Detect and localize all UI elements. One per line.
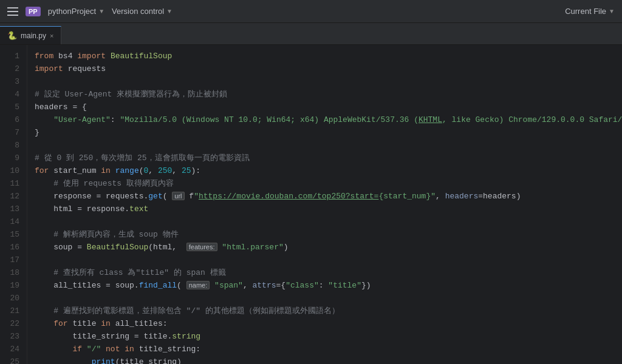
code-line-7: } <box>35 126 615 139</box>
editor: 1 2 3 4 5 6 7 8 9 10 11 12 13 14 15 16 1… <box>0 45 622 364</box>
project-name-chevron: ▼ <box>98 8 104 15</box>
code-line-15: # 解析網頁內容，生成 soup 物件 <box>35 228 615 241</box>
code-line-12: response = requests.get( url f"https://m… <box>35 190 615 203</box>
tab-close-button[interactable]: × <box>50 32 53 39</box>
version-control-chevron: ▼ <box>166 8 173 15</box>
titlebar: PP pythonProject ▼ Version control ▼ Cur… <box>0 0 622 23</box>
code-line-11: # 使用 requests 取得網頁內容 <box>35 177 615 190</box>
code-line-1: from bs4 import BeautifulSoup <box>35 50 615 62</box>
code-line-14 <box>35 215 615 228</box>
hamburger-menu-button[interactable] <box>7 7 18 16</box>
line-numbers: 1 2 3 4 5 6 7 8 9 10 11 12 13 14 15 16 1… <box>0 45 27 364</box>
code-line-21: # 遍歷找到的電影標題，並排除包含 "/" 的其他標題（例如副標題或外國語名） <box>35 305 615 317</box>
tab-main-py[interactable]: 🐍 main.py × <box>0 26 61 44</box>
code-line-23: title_string = title.string <box>35 330 615 343</box>
titlebar-right: Current File ▼ <box>565 7 615 16</box>
code-line-5: headers = { <box>35 101 615 113</box>
code-line-3 <box>35 75 615 88</box>
code-line-22: for title in all_titles: <box>35 317 615 330</box>
code-line-2: import requests <box>35 62 615 75</box>
code-line-6: "User-Agent": "Mozilla/5.0 (Windows NT 1… <box>35 113 615 126</box>
current-file-button[interactable]: Current File ▼ <box>565 7 615 16</box>
code-line-13: html = response.text <box>35 203 615 215</box>
titlebar-left: PP pythonProject ▼ Version control ▼ <box>7 7 173 16</box>
code-line-10: for start_num in range(0, 250, 25): <box>35 164 615 177</box>
code-line-9: # 從 0 到 250，每次增加 25，這會抓取每一頁的電影資訊 <box>35 152 615 164</box>
code-line-4: # 設定 User-Agent 來模擬瀏覽器行為，防止被封鎖 <box>35 88 615 101</box>
current-file-chevron: ▼ <box>609 8 615 15</box>
code-line-20 <box>35 292 615 305</box>
code-line-19: all_titles = soup.find_all( name: "span"… <box>35 279 615 292</box>
project-badge: PP <box>26 7 41 16</box>
code-line-18: # 查找所有 class 為"title" 的 span 標籤 <box>35 266 615 279</box>
project-name-button[interactable]: pythonProject ▼ <box>48 7 104 16</box>
code-line-16: soup = BeautifulSoup(html, features: "ht… <box>35 241 615 254</box>
python-file-icon: 🐍 <box>7 31 17 40</box>
tabbar: 🐍 main.py × <box>0 23 622 45</box>
code-line-25: print(title_string) <box>35 356 615 364</box>
code-line-24: if "/" not in title_string: <box>35 343 615 356</box>
code-line-17 <box>35 254 615 266</box>
tab-filename: main.py <box>21 32 46 40</box>
code-line-8 <box>35 139 615 152</box>
version-control-button[interactable]: Version control ▼ <box>112 7 173 16</box>
code-editor[interactable]: from bs4 import BeautifulSoup import req… <box>27 45 622 364</box>
